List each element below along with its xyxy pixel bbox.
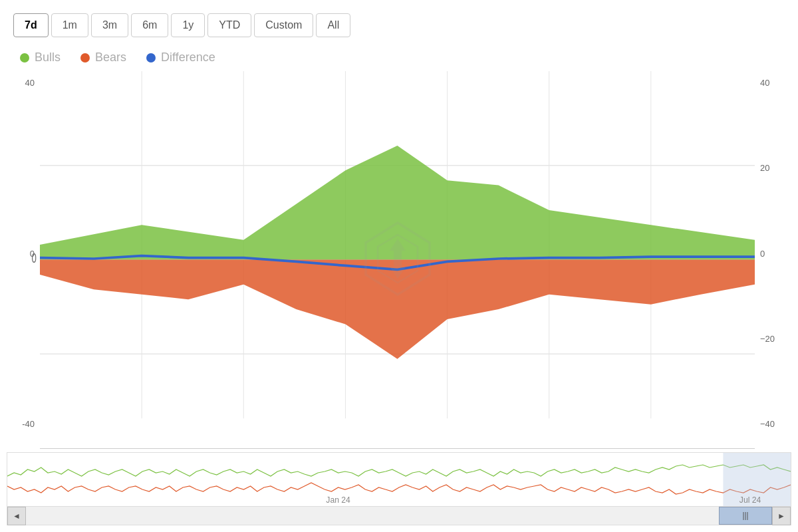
y-axis-right: 40 20 0 −20 −40: [755, 71, 791, 449]
difference-dot-icon: [146, 53, 156, 63]
difference-label: Difference: [161, 51, 215, 65]
main-container: 7d 1m 3m 6m 1y YTD Custom All Bulls Bear…: [0, 0, 798, 532]
svg-text:Jan 24: Jan 24: [326, 495, 350, 505]
time-btn-1m[interactable]: 1m: [51, 13, 88, 37]
scroll-track[interactable]: [26, 507, 772, 525]
navigator-container: Jan 24 Jul 24 ◄ ►: [7, 452, 791, 525]
bears-label: Bears: [95, 51, 126, 65]
chart-legend: Bulls Bears Difference: [7, 51, 791, 65]
svg-text:Jul 24: Jul 24: [739, 495, 761, 505]
bears-area: [40, 260, 755, 359]
time-btn-1y[interactable]: 1y: [171, 13, 205, 37]
scroll-left-button[interactable]: ◄: [7, 507, 26, 525]
time-btn-ytd[interactable]: YTD: [207, 13, 251, 37]
scroll-right-button[interactable]: ►: [772, 507, 791, 525]
bears-dot-icon: [80, 53, 90, 63]
navigator-chart[interactable]: Jan 24 Jul 24: [7, 453, 791, 506]
legend-bears[interactable]: Bears: [80, 51, 126, 65]
main-chart[interactable]: 0 25. Jul 26. Jul 27. Jul 28. Jul 29. Ju…: [40, 71, 755, 449]
time-btn-3m[interactable]: 3m: [91, 13, 128, 37]
y-label-neg40: -40: [22, 419, 35, 429]
bulls-dot-icon: [20, 53, 29, 63]
y-label-40: 40: [25, 78, 35, 88]
chart-wrapper: 40 0 -40: [7, 71, 791, 525]
navigator-scrollbar: ◄ ►: [7, 506, 791, 525]
main-chart-container: 40 0 -40: [7, 71, 791, 449]
y-right-40: 40: [760, 78, 769, 88]
time-btn-7d[interactable]: 7d: [13, 13, 49, 37]
time-btn-all[interactable]: All: [316, 13, 350, 37]
time-range-toolbar: 7d 1m 3m 6m 1y YTD Custom All: [7, 13, 791, 37]
svg-text:0: 0: [32, 251, 37, 265]
time-btn-custom[interactable]: Custom: [254, 13, 313, 37]
y-right-0: 0: [760, 249, 765, 259]
y-right-20: 20: [760, 163, 769, 173]
scroll-thumb[interactable]: [719, 507, 772, 525]
scroll-handle-icon: [743, 512, 748, 520]
y-right-neg20: −20: [760, 334, 775, 344]
bulls-area: [40, 146, 755, 260]
bulls-label: Bulls: [35, 51, 61, 65]
legend-difference[interactable]: Difference: [146, 51, 215, 65]
y-right-neg40: −40: [760, 419, 775, 429]
legend-bulls[interactable]: Bulls: [20, 51, 61, 65]
time-btn-6m[interactable]: 6m: [131, 13, 168, 37]
